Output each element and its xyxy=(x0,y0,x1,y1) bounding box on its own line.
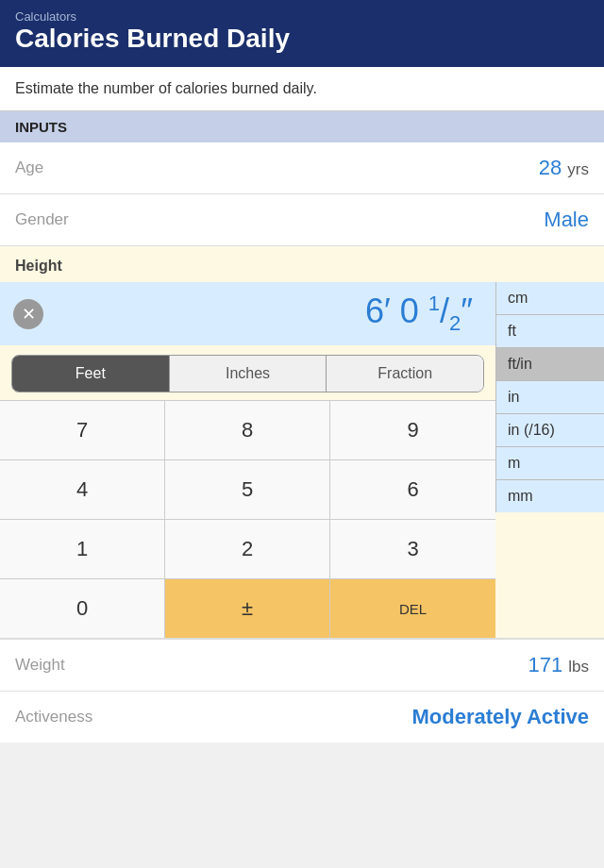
unit-in16[interactable]: in (/16) xyxy=(496,414,604,447)
gender-label: Gender xyxy=(15,210,69,229)
activeness-row[interactable]: Activeness Moderately Active xyxy=(0,691,604,743)
tab-feet[interactable]: Feet xyxy=(12,356,170,392)
header: Calculators Calories Burned Daily xyxy=(0,0,604,67)
age-unit: yrs xyxy=(567,160,589,178)
key-3[interactable]: 3 xyxy=(330,520,495,579)
age-row[interactable]: Age 28 yrs xyxy=(0,142,604,194)
height-display: ✕ 6′ 0 1/2″ xyxy=(0,282,495,345)
weight-unit: lbs xyxy=(568,658,589,676)
weight-number: 171 xyxy=(528,653,562,676)
key-plusminus[interactable]: ± xyxy=(165,579,330,638)
unit-ft[interactable]: ft xyxy=(496,315,604,348)
picker-area: ✕ 6′ 0 1/2″ Feet Inches Fraction 7 8 9 4… xyxy=(0,282,604,638)
key-6[interactable]: 6 xyxy=(330,460,495,520)
weight-value: 171 lbs xyxy=(528,653,589,677)
unit-m[interactable]: m xyxy=(496,447,604,480)
unit-list: cm ft ft/in in in (/16) m mm xyxy=(495,282,604,512)
weight-label: Weight xyxy=(15,656,65,675)
inputs-section-header: INPUTS xyxy=(0,111,604,142)
height-display-value: 6′ 0 1/2″ xyxy=(43,292,473,336)
clear-icon: ✕ xyxy=(22,304,36,325)
unit-in[interactable]: in xyxy=(496,381,604,414)
key-1[interactable]: 1 xyxy=(0,520,165,579)
activeness-value: Moderately Active xyxy=(412,705,589,729)
key-7[interactable]: 7 xyxy=(0,401,165,460)
picker-left: ✕ 6′ 0 1/2″ Feet Inches Fraction 7 8 9 4… xyxy=(0,282,495,638)
description-text: Estimate the number of calories burned d… xyxy=(0,67,604,111)
key-5[interactable]: 5 xyxy=(165,460,330,520)
key-2[interactable]: 2 xyxy=(165,520,330,579)
tab-fraction[interactable]: Fraction xyxy=(327,356,483,392)
gender-value: Male xyxy=(544,208,589,232)
keypad: 7 8 9 4 5 6 1 2 3 0 ± DEL xyxy=(0,400,495,638)
weight-row[interactable]: Weight 171 lbs xyxy=(0,639,604,691)
clear-button[interactable]: ✕ xyxy=(13,299,43,329)
height-label: Height xyxy=(0,258,604,282)
gender-row[interactable]: Gender Male xyxy=(0,194,604,246)
unit-mm[interactable]: mm xyxy=(496,480,604,512)
height-section: Height ✕ 6′ 0 1/2″ Feet Inches Fraction … xyxy=(0,246,604,639)
unit-ftin[interactable]: ft/in xyxy=(496,348,604,381)
key-0[interactable]: 0 xyxy=(0,579,165,638)
key-del[interactable]: DEL xyxy=(330,579,495,638)
key-8[interactable]: 8 xyxy=(165,401,330,460)
key-9[interactable]: 9 xyxy=(330,401,495,460)
activeness-label: Activeness xyxy=(15,708,92,726)
header-subtitle: Calculators xyxy=(15,9,589,24)
header-title: Calories Burned Daily xyxy=(15,24,589,54)
unit-cm[interactable]: cm xyxy=(496,282,604,315)
age-number: 28 xyxy=(539,156,562,179)
age-label: Age xyxy=(15,159,43,177)
key-4[interactable]: 4 xyxy=(0,460,165,520)
picker-tabs: Feet Inches Fraction xyxy=(11,355,484,392)
age-value: 28 yrs xyxy=(539,156,589,180)
tab-inches[interactable]: Inches xyxy=(170,356,327,392)
